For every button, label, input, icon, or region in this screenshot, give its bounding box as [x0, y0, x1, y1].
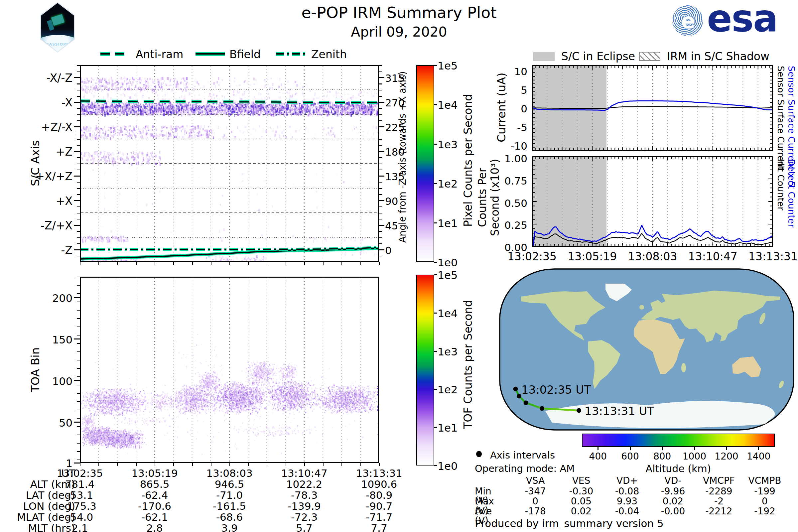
esa-globe-e: e: [681, 8, 695, 33]
voltage-column-header: VMCPF: [696, 476, 742, 486]
track-interval-dot: [576, 408, 581, 413]
counts-right-label-black: Hit Counter: [776, 159, 786, 210]
ephemeris-value: -72.3: [268, 512, 341, 522]
page-title: e-POP IRM Summary Plot: [233, 3, 565, 22]
tof-cb-tick: [434, 427, 437, 428]
sc-right-minor-ticks: [379, 65, 382, 262]
counts-ytick-label: 0.75: [489, 175, 527, 187]
pixel-cb-tick: [434, 104, 437, 105]
esa-wordmark: esa: [707, 0, 777, 40]
pixel-cb-tick: [434, 262, 437, 263]
ephemeris-value: -78.3: [268, 490, 341, 500]
toa-left-minor-ticks: [77, 277, 80, 463]
pixel-cb-tick-label: 1e3: [438, 138, 457, 151]
ephemeris-value: 13:02:35: [43, 468, 116, 478]
cassiope-mission-patch: CASSIOPE: [39, 2, 76, 53]
angle-major-tick: [379, 249, 384, 250]
angle-tick-label: 90: [385, 195, 398, 207]
tof-cb-tick: [434, 465, 437, 466]
pixel-cb-tick-label: 1e5: [438, 59, 457, 72]
altitude-tick: [662, 447, 663, 450]
irm-shadow-legend-label: IRM in S/C Shadow: [667, 50, 770, 63]
tof-cb-tick-label: 1e5: [438, 269, 457, 282]
voltage-value: -192: [741, 507, 788, 516]
ephemeris-value: 13:10:47: [268, 468, 341, 478]
tof-cb-tick-label: 1e1: [438, 422, 457, 434]
patch-earth-limb: [30, 35, 86, 65]
counts-ytick-label: 0.25: [489, 219, 527, 231]
voltage-value: -2289: [696, 487, 742, 496]
sc-sector-label: -Z/+X: [10, 219, 73, 232]
ephemeris-value: -68.6: [193, 512, 266, 522]
pixel-cb-tick-label: 1e1: [438, 217, 457, 230]
axis-intervals-label: Axis intervals: [490, 450, 555, 461]
voltage-column-header: VD+: [604, 476, 650, 486]
tof-cb-tick: [434, 389, 437, 390]
ephemeris-value: -71.0: [193, 490, 266, 500]
ephemeris-value: 781.4: [43, 479, 116, 490]
legend-anti-ram-label: Anti-ram: [136, 48, 183, 61]
ephemeris-value: 1090.6: [342, 479, 416, 490]
toa-tick-label: 100: [40, 375, 73, 388]
tof-counts-colorbar: [416, 274, 434, 466]
pixel-cb-tick: [434, 223, 437, 224]
current-ytick-label: 10: [489, 65, 527, 77]
current-ytick-label: 5: [489, 84, 527, 96]
right-time-label: 13:02:35: [501, 250, 563, 263]
ephemeris-value: -139.9: [268, 501, 341, 511]
ephemeris-value: 865.5: [118, 479, 191, 490]
altitude-tick: [726, 447, 727, 450]
pixel-cb-tick-label: 1e4: [438, 99, 457, 111]
orientation-legend: Anti-ram Bfield Zenith: [96, 48, 349, 61]
ephemeris-value: -175.3: [43, 501, 116, 511]
current-plot: [532, 65, 773, 151]
altitude-tick: [597, 447, 598, 450]
patch-satellite-icon: [51, 14, 64, 25]
ephemeris-value: 1022.2: [268, 479, 341, 490]
ephemeris-value: -80.9: [342, 490, 416, 500]
voltage-value: -9.96: [650, 487, 696, 496]
sc-sector-label: +Z/-X: [10, 121, 73, 134]
right-time-label: 13:05:19: [562, 250, 623, 263]
current-ytick-label: -10: [489, 140, 527, 152]
counts-ytick-label: 0.50: [489, 197, 527, 209]
pixel-counts-colorbar: [416, 65, 434, 262]
sc-axis-spectrogram-plot: [80, 65, 379, 262]
altitude-tick-label: 1400: [739, 451, 779, 462]
pixel-cb-tick: [434, 65, 437, 66]
angle-major-tick: [379, 126, 384, 127]
pixel-cb-tick: [434, 144, 437, 145]
legend-zenith-label: Zenith: [311, 48, 347, 61]
eclipse-swatch-icon: [533, 52, 555, 61]
counts-right-label-blue: Detect Counter: [786, 159, 797, 228]
ephemeris-value: -161.5: [193, 501, 266, 511]
pixel-cb-tick-label: 1e0: [438, 256, 457, 269]
altitude-tick: [630, 447, 631, 450]
island-madagascar: [681, 363, 686, 373]
ephemeris-value: -53.1: [43, 490, 116, 500]
counts-ylabel-line1: Counts Per: [476, 159, 489, 236]
tof-colorbar-label: TOF Counts per Second: [461, 300, 474, 429]
ephemeris-value: -54.0: [43, 512, 116, 522]
voltage-value: -347: [512, 487, 558, 496]
toa-bottom-minor-ticks: [80, 463, 380, 466]
voltage-column-header: VES: [558, 476, 605, 486]
altitude-colorbar-label: Altitude (km): [628, 463, 728, 474]
angle-major-tick: [379, 102, 384, 103]
counters-plot: [532, 156, 773, 247]
sc-sector-label: +X: [10, 194, 73, 208]
voltage-value: 0.02: [558, 507, 605, 516]
angle-tick-label: 0: [385, 244, 392, 256]
eclipse-legend-label: S/C in Eclipse: [561, 50, 635, 63]
angle-tick-label: 45: [385, 220, 398, 232]
operating-mode-label: Operating mode: AM: [475, 463, 574, 474]
toa-tick-label: 200: [40, 292, 73, 305]
counts-ytick-label: 1.00: [489, 153, 527, 165]
track-interval-dot: [517, 394, 521, 398]
right-time-label: 13:10:47: [682, 250, 743, 263]
voltage-value: -0.00: [650, 507, 696, 516]
ephemeris-value: -62.1: [118, 512, 191, 522]
voltage-value: 0: [512, 497, 558, 506]
patch-artwork: CASSIOPE: [40, 3, 75, 52]
irm-shadow-swatch-icon: [639, 52, 660, 61]
